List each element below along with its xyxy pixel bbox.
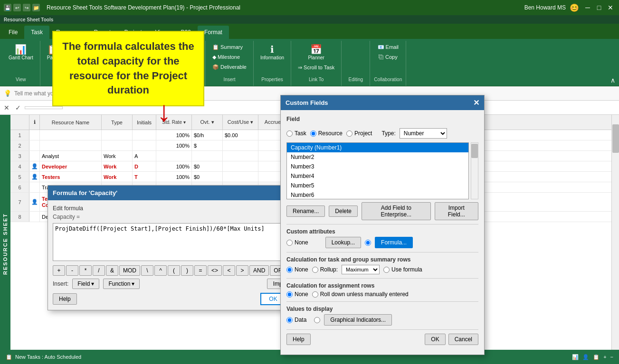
op-ampersand[interactable]: &: [106, 265, 118, 276]
assign-none-radio[interactable]: [286, 291, 293, 298]
calc-none-label[interactable]: None: [286, 266, 308, 273]
field-list-item-number6[interactable]: Number6: [287, 190, 468, 199]
deliverable-btn[interactable]: 📦 Deliverable: [210, 63, 249, 72]
scrollbar-thumb[interactable]: [612, 124, 619, 153]
cf-cancel-btn[interactable]: Cancel: [448, 334, 478, 345]
tab-task[interactable]: Task: [24, 26, 49, 39]
annotation-arrow: ↓: [157, 95, 171, 128]
open-icon[interactable]: 📁: [32, 4, 40, 11]
op-and[interactable]: AND: [249, 265, 269, 276]
roll-down-radio[interactable]: [312, 291, 318, 298]
zoom-in-btn[interactable]: +: [603, 354, 606, 360]
copy-collab-btn[interactable]: ⿻ Copy: [376, 53, 400, 61]
insert-group-label: Insert: [223, 77, 235, 84]
use-formula-label[interactable]: Use formula: [383, 266, 422, 273]
information-btn[interactable]: ℹ Information: [257, 43, 287, 62]
op-minus[interactable]: -: [66, 265, 78, 276]
radio-resource[interactable]: [310, 131, 316, 137]
attr-formula-label[interactable]: [365, 240, 371, 246]
op-less[interactable]: <: [223, 265, 235, 276]
op-caret[interactable]: ^: [154, 265, 167, 276]
field-list-item-number2[interactable]: Number2: [287, 152, 468, 162]
op-divide[interactable]: /: [93, 265, 105, 276]
close-btn[interactable]: ✕: [606, 3, 615, 12]
op-close-paren[interactable]: ): [181, 265, 193, 276]
custom-attributes-section: Custom attributes None Lookup... Formula…: [286, 228, 478, 248]
radio-task[interactable]: [286, 131, 293, 137]
field-dropdown-btn[interactable]: Field ▾: [72, 279, 99, 289]
cf-ok-btn[interactable]: OK: [425, 334, 445, 345]
rollup-select[interactable]: Maximum Minimum Sum Average: [342, 265, 380, 274]
confirm-formula-icon[interactable]: ✓: [13, 103, 23, 112]
graphical-radio[interactable]: [314, 317, 320, 323]
calc-none-radio[interactable]: [286, 267, 293, 273]
view-btn-resource[interactable]: 👤: [582, 354, 589, 360]
field-list-item-number5[interactable]: Number5: [287, 181, 468, 190]
assign-none-label[interactable]: None: [286, 291, 308, 298]
field-list-scrollbar[interactable]: [471, 142, 478, 199]
redo-icon[interactable]: ↪: [23, 4, 30, 11]
email-btn[interactable]: 📧 Email: [375, 43, 402, 52]
radio-project[interactable]: [346, 131, 352, 137]
radio-task-label[interactable]: Task: [286, 130, 306, 137]
add-field-btn[interactable]: Add Field to Enterprise...: [362, 202, 431, 220]
op-backslash[interactable]: \: [141, 265, 153, 276]
milestone-btn[interactable]: ◆ Milestone: [210, 53, 243, 62]
delete-btn[interactable]: Delete: [329, 205, 358, 217]
import-field-btn[interactable]: Import Field...: [435, 202, 478, 220]
save-icon[interactable]: 💾: [4, 4, 11, 11]
minimize-btn[interactable]: ─: [583, 3, 592, 12]
lookup-btn[interactable]: Lookup...: [325, 237, 361, 248]
attr-none-radio[interactable]: [286, 240, 293, 246]
function-dropdown-btn[interactable]: Function ▾: [103, 279, 140, 289]
field-list-item-number3[interactable]: Number3: [287, 162, 468, 171]
data-radio-label[interactable]: Data: [286, 317, 306, 323]
ribbon-expand-btn[interactable]: ∧: [609, 75, 617, 86]
graphical-indicators-btn[interactable]: Graphical Indicators...: [324, 314, 392, 326]
custom-attributes-label: Custom attributes: [286, 228, 478, 235]
field-list[interactable]: Capacity (Number1) Number2 Number3 Numbe…: [286, 142, 469, 199]
cancel-formula-icon[interactable]: ✕: [2, 103, 11, 112]
custom-fields-close-btn[interactable]: ✕: [473, 98, 479, 107]
op-not-equals[interactable]: <>: [208, 265, 222, 276]
maximize-btn[interactable]: □: [594, 3, 604, 12]
cell-reference-box[interactable]: [25, 106, 63, 109]
zoom-out-btn[interactable]: −: [610, 354, 613, 360]
op-open-paren[interactable]: (: [168, 265, 180, 276]
op-multiply[interactable]: *: [79, 265, 92, 276]
op-greater[interactable]: >: [236, 265, 248, 276]
rollup-radio[interactable]: [312, 267, 318, 273]
field-list-item-capacity[interactable]: Capacity (Number1): [287, 143, 468, 152]
planner-btn[interactable]: 📅 Planner: [305, 43, 327, 62]
properties-group-label: Properties: [261, 77, 283, 84]
op-plus[interactable]: +: [53, 265, 65, 276]
graphical-radio-label[interactable]: [314, 317, 320, 323]
rename-btn[interactable]: Rename...: [286, 205, 325, 217]
op-equals[interactable]: =: [194, 265, 207, 276]
attr-formula-radio[interactable]: [365, 240, 371, 246]
op-mod[interactable]: MOD: [119, 265, 140, 276]
summary-btn[interactable]: 📋 Summary: [210, 43, 246, 52]
rollup-label[interactable]: Rollup:: [312, 266, 338, 273]
roll-down-label[interactable]: Roll down unless manually entered: [312, 291, 409, 298]
view-btn-task[interactable]: 📋: [593, 354, 600, 360]
planner-icon: 📅: [310, 45, 322, 54]
field-list-item-number4[interactable]: Number4: [287, 171, 468, 181]
cf-help-btn[interactable]: Help: [286, 334, 311, 345]
radio-project-label[interactable]: Project: [346, 130, 372, 137]
use-formula-radio[interactable]: [383, 267, 390, 273]
data-radio[interactable]: [286, 317, 293, 323]
undo-icon[interactable]: ↩: [13, 4, 21, 11]
attr-none-label[interactable]: None: [286, 239, 308, 246]
radio-resource-label[interactable]: Resource: [310, 130, 343, 137]
view-btn-gantt[interactable]: 📊: [572, 354, 579, 360]
scroll-to-task-btn[interactable]: ⇒ Scroll to Task: [295, 63, 337, 72]
gantt-chart-btn[interactable]: 📊 Gantt Chart: [6, 43, 36, 62]
ribbon-group-collaboration: 📧 Email ⿻ Copy Collaboration: [370, 41, 406, 86]
tab-file[interactable]: File: [2, 26, 24, 39]
formula-btn[interactable]: Formula...: [375, 237, 413, 248]
vertical-scrollbar[interactable]: [611, 115, 619, 364]
formula-help-btn[interactable]: Help: [53, 293, 77, 305]
col-header-indicator: ℹ: [29, 115, 40, 130]
type-select[interactable]: Number Text Date Flag Duration Cost: [400, 128, 447, 139]
